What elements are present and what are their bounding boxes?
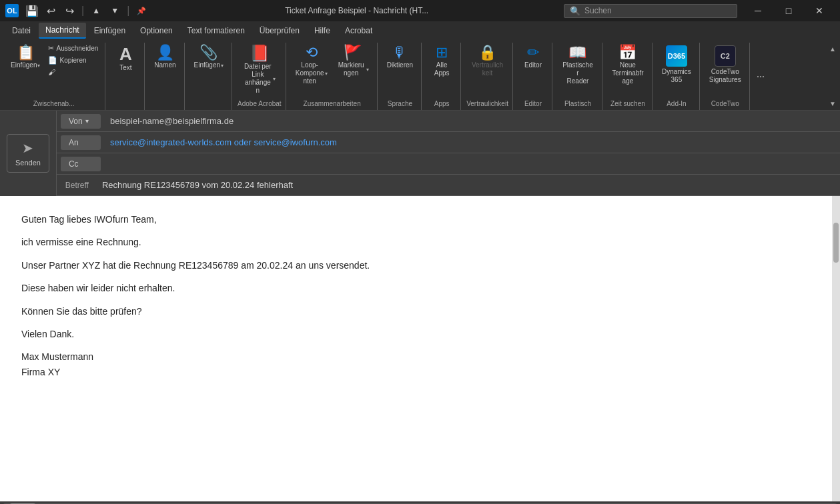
menu-optionen[interactable]: Optionen [133, 23, 179, 38]
zeit-label: Zeit suchen [610, 99, 645, 107]
markierungen-button[interactable]: 🚩 Markierungen ▾ [333, 43, 373, 80]
von-chevron-icon: ▾ [85, 117, 89, 125]
menu-hilfe[interactable]: Hilfe [308, 23, 337, 38]
von-dropdown-button[interactable]: Von ▾ [61, 114, 101, 129]
menu-text-formatieren[interactable]: Text formatieren [181, 23, 252, 38]
lock-icon: 🔒 [478, 45, 496, 60]
maximize-button[interactable]: □ [773, 0, 804, 21]
ribbon-expand-button[interactable]: ▼ [828, 99, 837, 109]
from-field: Von ▾ beispiel-name@beispielfirma.de [57, 111, 840, 132]
format-painter-button[interactable]: 🖌 [45, 67, 101, 77]
menu-acrobat[interactable]: Acrobat [338, 23, 379, 38]
adobe-icon: 📕 [250, 45, 270, 61]
scrollbar-thumb[interactable] [833, 223, 839, 263]
zwischenablage-label: Zwischenab... [33, 99, 75, 107]
microphone-icon: 🎙 [392, 45, 407, 60]
terminabfrage-button[interactable]: 📅 NeueTerminabfrage [608, 43, 648, 88]
namen-button[interactable]: 👤 Namen [150, 43, 179, 72]
ribbon-group-zeit: 📅 NeueTerminabfrage Zeit suchen [604, 43, 653, 110]
an-button[interactable]: An [61, 135, 101, 150]
down-arrow-button[interactable]: ▼ [107, 3, 123, 19]
ribbon-group-apps: ⊞ AlleApps Apps [423, 43, 461, 110]
redo-button[interactable]: ↪ [61, 3, 77, 19]
ribbon-group-text: A Text [107, 43, 145, 110]
ribbon-group-zwischenablage: 📋 Einfügen ▾ ✂ Ausschneiden 📄 Kopieren 🖌 [3, 43, 105, 110]
menu-datei[interactable]: Datei [5, 23, 37, 38]
menu-ueberpruefen[interactable]: Überprüfen [253, 23, 306, 38]
send-button[interactable]: ➤ Senden [7, 134, 49, 173]
einfuegen-button[interactable]: 📋 Einfügen ▾ [7, 43, 44, 72]
search-bar[interactable]: 🔍 [564, 4, 737, 18]
codetwo-button[interactable]: C2 CodeTwoSignatures [705, 43, 745, 87]
dynamics-icon: D365 [666, 45, 687, 67]
window-controls: ─ □ ✕ [743, 0, 835, 21]
ribbon-group-einfuegen: 📎 Einfügen ▾ [186, 43, 232, 110]
compose-fields: Von ▾ beispiel-name@beispielfirma.de An … [57, 111, 840, 196]
title-bar-controls: 💾 ↩ ↪ | ▲ ▼ | 📌 [24, 3, 149, 19]
vertraulichkeit-button[interactable]: 🔒 Vertraulichkeit [468, 43, 508, 80]
plastischer-reader-button[interactable]: 📖 PlastischerReader [558, 43, 598, 88]
codetwo-icon: C2 [715, 45, 736, 67]
grid-icon: ⊞ [436, 45, 448, 60]
ribbon-group-dynamics: D365 Dynamics365 Add-In [654, 43, 700, 110]
cut-button[interactable]: ✂ Ausschneiden [45, 43, 101, 54]
betreff-label: Betreff [57, 177, 97, 194]
von-label: Von [69, 117, 83, 126]
ribbon-collapse-button[interactable]: ▲ [828, 44, 837, 54]
pin-button[interactable]: 📌 [133, 3, 149, 19]
undo-button[interactable]: ↩ [43, 3, 59, 19]
editor-label: Editor [524, 99, 542, 107]
subject-field: Betreff Rechnung RE123456789 vom 20.02.2… [57, 175, 840, 196]
ribbon: 📋 Einfügen ▾ ✂ Ausschneiden 📄 Kopieren 🖌 [0, 40, 840, 111]
email-line-signature: Max Mustermann Firma XY [21, 349, 811, 379]
text-button[interactable]: A Text [111, 43, 140, 75]
an-label: An [69, 138, 79, 147]
search-input[interactable] [584, 6, 718, 15]
email-line-partner: Unser Partner XYZ hat die Rechnung RE123… [21, 258, 811, 273]
send-section: ➤ Senden [0, 111, 57, 196]
reader-icon: 📖 [568, 45, 586, 60]
adobe-label: Adobe Acrobat [238, 99, 282, 107]
editor-icon: ✏ [527, 45, 539, 60]
save-button[interactable]: 💾 [24, 3, 40, 19]
email-line-rechnung: ich vermisse eine Rechnung. [21, 235, 811, 249]
close-button[interactable]: ✕ [804, 0, 835, 21]
dynamics-button[interactable]: D365 Dynamics365 [658, 43, 695, 87]
paperclip-icon: 📎 [199, 45, 218, 60]
loop-button[interactable]: ⟲ Loop-Komponenten ▾ [292, 43, 332, 88]
person-icon: 👤 [156, 45, 174, 60]
calendar-icon: 📅 [618, 45, 637, 60]
horizontal-scrollbar[interactable] [0, 501, 840, 504]
zusammenarbeiten-label: Zusammenarbeiten [304, 99, 361, 107]
email-body[interactable]: Guten Tag liebes IWOfurn Team, ich vermi… [0, 196, 832, 501]
plastisch-label: Plastisch [564, 99, 591, 107]
subject-value: Rechnung RE123456789 vom 20.02.24 fehler… [97, 176, 840, 194]
ribbon-group-editor: ✏ Editor Editor [514, 43, 552, 110]
minimize-button[interactable]: ─ [743, 0, 773, 21]
datei-link-button[interactable]: 📕 Datei per Link anhängen ▾ [240, 43, 280, 97]
compose-header: ➤ Senden Von ▾ beispiel-name@beispielfir… [0, 111, 840, 196]
loop-icon: ⟲ [306, 45, 318, 60]
editor-button[interactable]: ✏ Editor [518, 43, 548, 72]
search-icon: 🔍 [570, 6, 580, 16]
vertical-scrollbar[interactable] [832, 196, 840, 501]
more-ribbon-button[interactable]: ⋯ [754, 69, 767, 84]
cc-field: Cc [57, 153, 840, 175]
menu-nachricht[interactable]: Nachricht [39, 23, 86, 39]
alle-apps-button[interactable]: ⊞ AlleApps [427, 43, 456, 80]
cc-button[interactable]: Cc [61, 157, 101, 171]
title-bar: OL 💾 ↩ ↪ | ▲ ▼ | 📌 Ticket Anfrage Beispi… [0, 0, 840, 21]
copy-button[interactable]: 📄 Kopieren [45, 55, 101, 66]
cc-label: Cc [69, 159, 79, 169]
paste-icon: 📋 [17, 45, 35, 60]
more-icon: ⋯ [757, 72, 765, 81]
email-line-erhalten: Diese haben wir leider nicht erhalten. [21, 281, 811, 295]
attach-button[interactable]: 📎 Einfügen ▾ [190, 43, 228, 72]
ribbon-group-sprache: 🎙 Diktieren Sprache [379, 43, 422, 110]
text-icon: A [119, 45, 132, 63]
diktieren-button[interactable]: 🎙 Diktieren [383, 43, 417, 72]
scissors-icon: ✂ [48, 44, 54, 53]
send-icon: ➤ [22, 140, 33, 156]
menu-einfuegen[interactable]: Einfügen [87, 23, 132, 38]
up-arrow-button[interactable]: ▲ [88, 3, 104, 19]
